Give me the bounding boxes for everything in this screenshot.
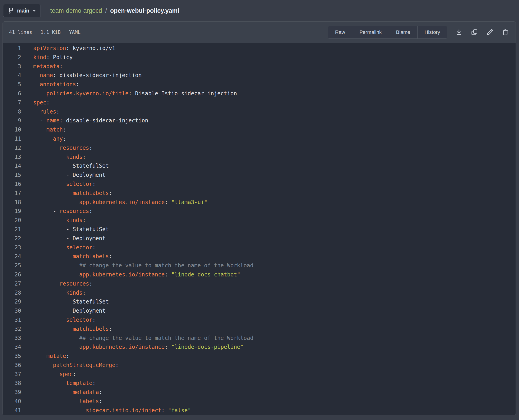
line-number[interactable]: 25 [3, 261, 21, 270]
breadcrumb-file-name: open-webui-policy.yaml [110, 7, 179, 14]
code-line: 9 - name: disable-sidecar-injection [3, 116, 516, 125]
line-number[interactable]: 2 [3, 53, 21, 62]
code-line: 37 spec: [3, 370, 516, 379]
code-line-content: rules: [21, 107, 59, 116]
line-number[interactable]: 26 [3, 270, 21, 279]
code-line-content: - Deployment [21, 171, 105, 180]
line-number[interactable]: 13 [3, 153, 21, 162]
delete-icon [502, 29, 509, 36]
code-line: 14 - StatefulSet [3, 162, 516, 171]
line-number[interactable]: 15 [3, 171, 21, 180]
code-line-content: kinds: [21, 216, 86, 225]
breadcrumb-separator: / [105, 7, 107, 14]
line-number[interactable]: 12 [3, 143, 21, 153]
code-line: 21 - StatefulSet [3, 225, 516, 234]
line-number[interactable]: 35 [3, 352, 21, 361]
line-number[interactable]: 9 [3, 116, 21, 125]
code-line-content: annotations: [21, 80, 79, 89]
blame-button[interactable]: Blame [389, 26, 417, 38]
code-line-content: - resources: [21, 143, 92, 153]
line-number[interactable]: 27 [3, 279, 21, 288]
line-number[interactable]: 5 [3, 80, 21, 89]
line-number[interactable]: 31 [3, 315, 21, 325]
line-number[interactable]: 14 [3, 162, 21, 171]
code-line-content: kinds: [21, 153, 86, 162]
line-number[interactable]: 6 [3, 89, 21, 98]
line-number[interactable]: 1 [3, 44, 21, 53]
code-line: 40 labels: [3, 397, 516, 406]
line-number[interactable]: 23 [3, 243, 21, 252]
code-line: 30 - Deployment [3, 307, 516, 315]
line-number[interactable]: 39 [3, 388, 21, 397]
code-line: 3metadata: [3, 62, 516, 71]
code-line-content: app.kubernetes.io/instance: "linode-docs… [21, 270, 240, 279]
line-number[interactable]: 3 [3, 62, 21, 71]
file-icon-actions [455, 28, 510, 37]
delete-button[interactable] [501, 28, 510, 37]
code-line-content: matchLabels: [21, 325, 112, 334]
breadcrumb-repo-link[interactable]: team-demo-argocd [50, 7, 102, 14]
code-line: 27 - resources: [3, 279, 516, 288]
line-number[interactable]: 37 [3, 370, 21, 379]
code-line-content: kind: Policy [21, 53, 73, 62]
history-button[interactable]: History [417, 26, 447, 38]
line-number[interactable]: 21 [3, 225, 21, 234]
raw-button[interactable]: Raw [328, 26, 352, 38]
code-line: 19 - resources: [3, 207, 516, 216]
code-line: 1apiVersion: kyverno.io/v1 [3, 44, 516, 53]
line-number[interactable]: 32 [3, 325, 21, 334]
meta-divider [65, 29, 65, 36]
line-number[interactable]: 11 [3, 135, 21, 143]
download-button[interactable] [455, 28, 463, 37]
line-number[interactable]: 34 [3, 343, 21, 352]
line-number[interactable]: 10 [3, 125, 21, 135]
code-line-content: name: disable-sidecar-injection [21, 71, 142, 80]
line-number[interactable]: 29 [3, 297, 21, 307]
code-line-content: metadata: [21, 388, 102, 397]
line-number[interactable]: 36 [3, 361, 21, 370]
copy-button[interactable] [470, 28, 479, 37]
line-number[interactable]: 38 [3, 379, 21, 388]
code-line-content: mutate: [21, 352, 69, 361]
code-line: 18 app.kubernetes.io/instance: "llama3-u… [3, 198, 516, 207]
code-line-content: - resources: [21, 279, 92, 288]
code-line: 36 patchStrategicMerge: [3, 361, 516, 370]
code-line-content: apiVersion: kyverno.io/v1 [21, 44, 115, 53]
line-number[interactable]: 7 [3, 98, 21, 107]
code-line: 11 any: [3, 135, 516, 143]
line-number[interactable]: 41 [3, 406, 21, 415]
code-line: 10 match: [3, 125, 516, 135]
line-number[interactable]: 8 [3, 107, 21, 116]
branch-name: main [17, 8, 29, 14]
code-line-content: - Deployment [21, 307, 105, 315]
line-number[interactable]: 24 [3, 252, 21, 261]
code-line-content: any: [21, 135, 66, 143]
line-number[interactable]: 40 [3, 397, 21, 406]
code-line: 20 kinds: [3, 216, 516, 225]
line-number[interactable]: 33 [3, 334, 21, 343]
file-meta: 41 lines 1.1 KiB YAML [9, 29, 81, 36]
code-line-content: app.kubernetes.io/instance: "linode-docs… [21, 343, 244, 352]
line-number[interactable]: 17 [3, 189, 21, 198]
line-number[interactable]: 19 [3, 207, 21, 216]
line-number[interactable]: 16 [3, 180, 21, 189]
code-line: 25 ## change the value to match the name… [3, 261, 516, 270]
code-line-content: - name: disable-sidecar-injection [21, 116, 148, 125]
code-line: 2kind: Policy [3, 53, 516, 62]
line-number[interactable]: 28 [3, 288, 21, 298]
branch-selector[interactable]: main [3, 4, 41, 17]
code-line: 31 selector: [3, 315, 516, 325]
line-number[interactable]: 22 [3, 234, 21, 243]
file-header: 41 lines 1.1 KiB YAML Raw Permalink Blam… [3, 22, 516, 43]
line-number[interactable]: 30 [3, 307, 21, 315]
permalink-button[interactable]: Permalink [352, 26, 389, 38]
code-line: 6 policies.kyverno.io/title: Disable Ist… [3, 89, 516, 98]
line-number[interactable]: 4 [3, 71, 21, 80]
line-number[interactable]: 18 [3, 198, 21, 207]
code-line: 28 kinds: [3, 288, 516, 298]
line-number[interactable]: 20 [3, 216, 21, 225]
file-language: YAML [69, 30, 81, 35]
code-line-content: - StatefulSet [21, 225, 109, 234]
code-line-content: ## change the value to match the name of… [21, 261, 253, 270]
edit-button[interactable] [486, 28, 494, 37]
